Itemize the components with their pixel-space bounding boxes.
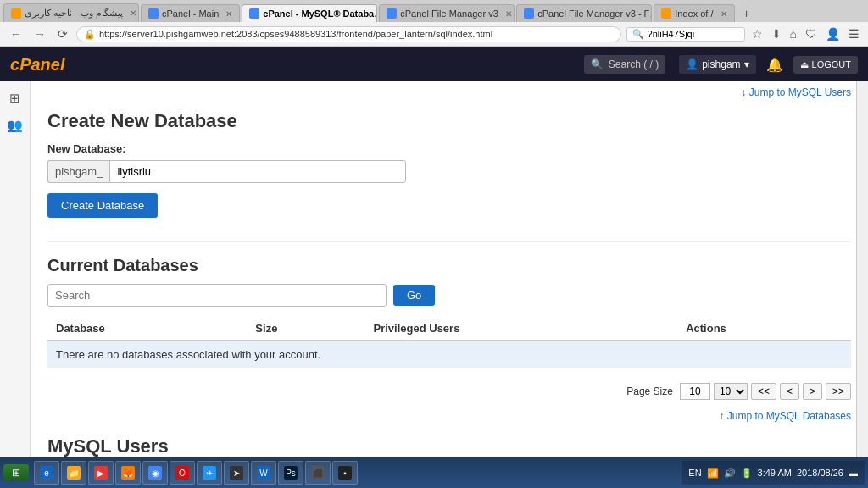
tab-label-5: cPanel File Manager v3 - F… bbox=[537, 8, 652, 19]
create-db-title: Create New Database bbox=[47, 110, 851, 132]
tab-favicon-6 bbox=[661, 8, 671, 19]
pagination-first-button[interactable]: << bbox=[751, 383, 776, 400]
forward-button[interactable]: → bbox=[31, 25, 49, 42]
databases-table: Database Size Privileged Users Actions T… bbox=[47, 317, 851, 368]
tab-favicon-1 bbox=[11, 8, 21, 19]
create-database-button[interactable]: Create Database bbox=[47, 193, 158, 218]
tab-cpanel-mysql[interactable]: cPanel - MySQL® Databa… ✕ bbox=[242, 4, 377, 22]
notification-bell-icon[interactable]: 🔔 bbox=[766, 57, 783, 73]
content-area: ↓ Jump to MySQL Users Create New Databas… bbox=[31, 81, 868, 459]
no-db-message: There are no databases associated with y… bbox=[47, 341, 851, 368]
back-button[interactable]: ← bbox=[7, 25, 25, 42]
browser-search-box[interactable]: 🔍 ?nliH47Sjqi bbox=[626, 27, 745, 42]
tab-label-2: cPanel - Main bbox=[162, 8, 219, 19]
current-databases-title: Current Databases bbox=[47, 256, 851, 275]
logout-label: LOGOUT bbox=[812, 59, 851, 69]
tab-label-6: Index of / bbox=[675, 8, 713, 19]
tab-bar: پیشگام وب - ناحیه کاربری ✕ cPanel - Main… bbox=[0, 0, 868, 22]
jump-databases-anchor[interactable]: ↑ Jump to MySQL Databases bbox=[719, 410, 851, 422]
tab-close-6[interactable]: ✕ bbox=[721, 9, 727, 19]
reload-button[interactable]: ⟳ bbox=[54, 25, 71, 42]
tab-favicon-4 bbox=[387, 8, 397, 19]
tab-cpanel-main[interactable]: cPanel - Main ✕ bbox=[141, 4, 240, 22]
divider-1 bbox=[47, 241, 851, 242]
jump-to-mysql-databases-link[interactable]: ↑ Jump to MySQL Databases bbox=[47, 410, 851, 422]
pagination-last-button[interactable]: >> bbox=[826, 383, 851, 400]
sidebar-grid-icon[interactable]: ⊞ bbox=[5, 88, 25, 108]
search-go-row: Go bbox=[47, 284, 851, 307]
cpanel-logo: cPanel bbox=[10, 55, 64, 75]
tab-close-4[interactable]: ✕ bbox=[505, 9, 512, 19]
browser-chrome: پیشگام وب - ناحیه کاربری ✕ cPanel - Main… bbox=[0, 0, 868, 47]
logout-icon: ⏏ bbox=[800, 59, 809, 70]
db-search-input[interactable] bbox=[47, 284, 387, 307]
pagination-next-button[interactable]: > bbox=[803, 383, 822, 400]
page-size-input[interactable] bbox=[680, 383, 710, 400]
url-text: https://server10.pishgamweb.net:2083/cps… bbox=[99, 29, 614, 39]
tab-favicon-2 bbox=[148, 8, 159, 19]
pagination-row: Page Size 10 25 50 << < > >> bbox=[47, 376, 851, 407]
tab-label-3: cPanel - MySQL® Databa… bbox=[263, 8, 377, 19]
pagination-prev-button[interactable]: < bbox=[780, 383, 799, 400]
cpanel-user-button[interactable]: 👤 pishgam ▾ bbox=[679, 55, 755, 74]
jump-users-anchor[interactable]: ↓ Jump to MySQL Users bbox=[741, 86, 851, 98]
tab-pishgam[interactable]: پیشگام وب - ناحیه کاربری ✕ bbox=[3, 3, 139, 22]
db-input-group: pishgam_ bbox=[47, 160, 851, 183]
main-layout: ⊞ 👥 ↓ Jump to MySQL Users Create New Dat… bbox=[0, 81, 868, 459]
bookmark-icon[interactable]: ☆ bbox=[750, 25, 765, 42]
go-button[interactable]: Go bbox=[393, 285, 435, 306]
tab-favicon-5 bbox=[524, 8, 534, 19]
url-box[interactable]: 🔒 https://server10.pishgamweb.net:2083/c… bbox=[76, 26, 621, 42]
cpanel-user-area: 👤 pishgam ▾ 🔔 ⏏ LOGOUT bbox=[679, 55, 858, 74]
tab-close-2[interactable]: ✕ bbox=[225, 9, 232, 19]
tab-file-manager[interactable]: cPanel File Manager v3 ✕ bbox=[379, 4, 515, 22]
home-icon[interactable]: ⌂ bbox=[788, 25, 798, 42]
no-db-row: There are no databases associated with y… bbox=[47, 341, 851, 368]
download-icon[interactable]: ⬇ bbox=[770, 25, 783, 42]
jump-to-mysql-users-link[interactable]: ↓ Jump to MySQL Users bbox=[47, 81, 851, 103]
col-size: Size bbox=[247, 317, 364, 341]
logout-button[interactable]: ⏏ LOGOUT bbox=[793, 56, 858, 74]
col-database: Database bbox=[47, 317, 247, 341]
menu-icon[interactable]: ☰ bbox=[847, 25, 861, 42]
sidebar-users-icon[interactable]: 👥 bbox=[5, 115, 25, 136]
cpanel-search-area[interactable]: 🔍 Search ( / ) bbox=[584, 55, 665, 74]
tab-label-4: cPanel File Manager v3 bbox=[400, 8, 498, 19]
user-dropdown-icon: ▾ bbox=[744, 58, 749, 70]
taskbar: ⊞ e 📁 ▶ 🦊 ◉ O ✈ ➤ W Ps ⬛ ▪ EN 📶 🔊 🔋 3:49… bbox=[0, 458, 868, 459]
page-size-select[interactable]: 10 25 50 bbox=[714, 383, 748, 400]
cpanel-username: pishgam bbox=[702, 58, 740, 70]
cpanel-navbar: cPanel 🔍 Search ( / ) 👤 pishgam ▾ 🔔 ⏏ LO… bbox=[0, 47, 868, 81]
col-actions: Actions bbox=[677, 317, 851, 341]
new-database-label: New Database: bbox=[47, 142, 851, 155]
tab-file-manager-2[interactable]: cPanel File Manager v3 - F… ✕ bbox=[516, 4, 652, 22]
mysql-users-title: MySQL Users bbox=[47, 435, 851, 458]
tab-index[interactable]: Index of / ✕ bbox=[654, 4, 734, 22]
col-privileged-users: Privileged Users bbox=[365, 317, 678, 341]
content-wrapper: ↓ Jump to MySQL Users Create New Databas… bbox=[31, 81, 868, 459]
cpanel-search-placeholder: Search ( / ) bbox=[609, 58, 659, 70]
db-name-input[interactable] bbox=[109, 160, 406, 183]
tab-label-1: پیشگام وب - ناحیه کاربری bbox=[25, 8, 123, 19]
tab-favicon-3 bbox=[249, 8, 259, 19]
tab-close-1[interactable]: ✕ bbox=[130, 8, 136, 18]
user-icon: 👤 bbox=[686, 58, 698, 70]
address-bar: ← → ⟳ 🔒 https://server10.pishgamweb.net:… bbox=[0, 22, 868, 47]
left-sidebar: ⊞ 👥 bbox=[0, 81, 31, 459]
cpanel-search-icon: 🔍 bbox=[591, 58, 604, 70]
browser-search-text: ?nliH47Sjqi bbox=[648, 29, 695, 39]
security-icon[interactable]: 🛡 bbox=[804, 25, 819, 42]
lock-icon: 🔒 bbox=[84, 29, 96, 40]
profile-icon[interactable]: 👤 bbox=[824, 25, 842, 42]
page-size-label: Page Size bbox=[626, 385, 673, 397]
new-tab-button[interactable]: + bbox=[740, 5, 754, 22]
scrollbar[interactable] bbox=[856, 81, 868, 459]
search-icon-browser: 🔍 bbox=[632, 29, 644, 40]
db-prefix: pishgam_ bbox=[47, 160, 109, 183]
